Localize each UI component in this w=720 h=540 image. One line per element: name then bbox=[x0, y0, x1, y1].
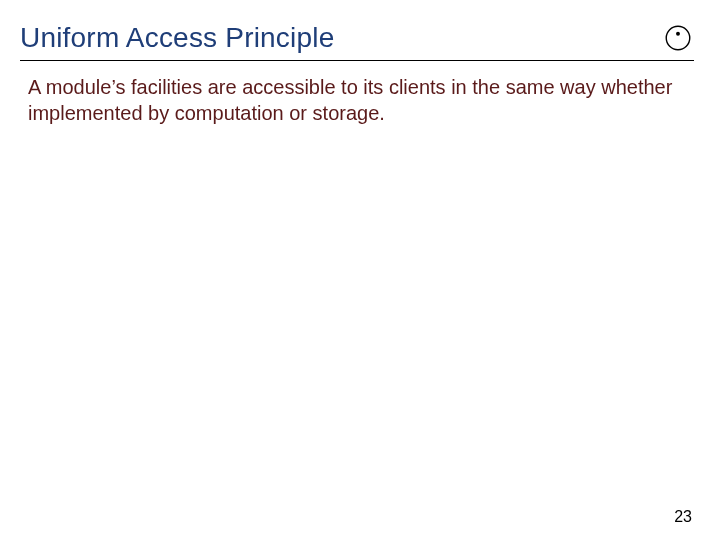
header: Uniform Access Principle bbox=[20, 22, 694, 61]
svg-point-0 bbox=[666, 26, 690, 50]
slide-title: Uniform Access Principle bbox=[20, 22, 334, 54]
slide: Uniform Access Principle A module’s faci… bbox=[0, 0, 720, 540]
body-paragraph: A module’s facilities are accessible to … bbox=[20, 75, 680, 126]
page-number: 23 bbox=[674, 508, 692, 526]
circle-dot-icon bbox=[664, 24, 692, 52]
svg-point-1 bbox=[676, 32, 680, 36]
